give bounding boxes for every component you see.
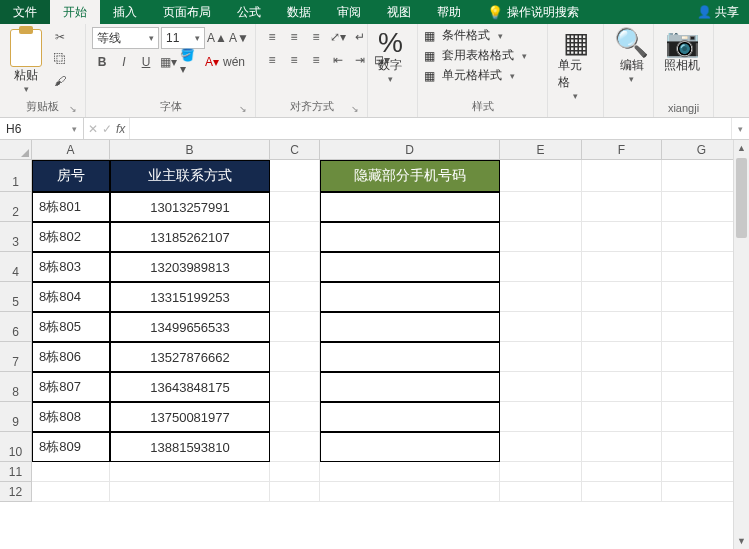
data-cell[interactable]: 13881593810	[110, 432, 270, 462]
tab-review[interactable]: 审阅	[324, 0, 374, 24]
cell[interactable]	[270, 342, 320, 372]
cell[interactable]	[270, 192, 320, 222]
column-header[interactable]: A	[32, 140, 110, 160]
cell[interactable]	[320, 482, 500, 502]
data-cell[interactable]: 8栋802	[32, 222, 110, 252]
border-button[interactable]: ▦▾	[158, 52, 178, 72]
cell[interactable]	[582, 482, 662, 502]
row-header[interactable]: 2	[0, 192, 32, 222]
cell[interactable]	[582, 282, 662, 312]
data-cell[interactable]: 8栋808	[32, 402, 110, 432]
cell[interactable]	[662, 160, 742, 192]
wrap-text-button[interactable]: ↵	[350, 27, 370, 47]
vertical-scrollbar[interactable]: ▲ ▼	[733, 140, 749, 549]
tab-view[interactable]: 视图	[374, 0, 424, 24]
cell[interactable]	[582, 222, 662, 252]
data-cell[interactable]: 8栋801	[32, 192, 110, 222]
font-size-select[interactable]: 11▾	[161, 27, 205, 49]
share-button[interactable]: 👤 共享	[687, 0, 749, 24]
column-header[interactable]: C	[270, 140, 320, 160]
data-cell[interactable]: 13499656533	[110, 312, 270, 342]
tab-data[interactable]: 数据	[274, 0, 324, 24]
cell[interactable]	[582, 372, 662, 402]
cell[interactable]	[582, 192, 662, 222]
cell[interactable]	[270, 312, 320, 342]
font-color-button[interactable]: A▾	[202, 52, 222, 72]
fill-color-button[interactable]: 🪣▾	[180, 52, 200, 72]
editing-button[interactable]: 🔍编辑▾	[610, 27, 653, 86]
cell[interactable]	[662, 282, 742, 312]
data-cell[interactable]	[320, 222, 500, 252]
accept-formula-button[interactable]: ✓	[102, 122, 112, 136]
cell[interactable]	[500, 282, 582, 312]
cell[interactable]	[270, 482, 320, 502]
cell[interactable]	[270, 160, 320, 192]
launcher-icon[interactable]: ↘	[351, 104, 359, 114]
row-header[interactable]: 5	[0, 282, 32, 312]
data-cell[interactable]: 业主联系方式	[110, 160, 270, 192]
select-all-corner[interactable]	[0, 140, 32, 160]
cell[interactable]	[270, 402, 320, 432]
name-box[interactable]: H6▾	[0, 118, 84, 139]
column-header[interactable]: B	[110, 140, 270, 160]
cell[interactable]	[582, 462, 662, 482]
tab-home[interactable]: 开始	[50, 0, 100, 24]
data-cell[interactable]: 13185262107	[110, 222, 270, 252]
underline-button[interactable]: U	[136, 52, 156, 72]
cell[interactable]	[662, 342, 742, 372]
cell[interactable]	[500, 432, 582, 462]
format-painter-button[interactable]: 🖌	[50, 71, 70, 91]
data-cell[interactable]: 8栋804	[32, 282, 110, 312]
data-cell[interactable]: 8栋805	[32, 312, 110, 342]
cell[interactable]	[110, 462, 270, 482]
align-center-button[interactable]: ≡	[284, 50, 304, 70]
tab-help[interactable]: 帮助	[424, 0, 474, 24]
data-cell[interactable]	[320, 342, 500, 372]
scroll-down-icon[interactable]: ▼	[734, 533, 749, 549]
cell[interactable]	[662, 222, 742, 252]
cell[interactable]	[662, 252, 742, 282]
cell[interactable]	[500, 342, 582, 372]
data-cell[interactable]	[320, 312, 500, 342]
data-cell[interactable]	[320, 432, 500, 462]
data-cell[interactable]: 8栋807	[32, 372, 110, 402]
cell[interactable]	[270, 432, 320, 462]
cut-button[interactable]: ✂	[50, 27, 70, 47]
data-cell[interactable]: 13643848175	[110, 372, 270, 402]
row-header[interactable]: 9	[0, 402, 32, 432]
scroll-up-icon[interactable]: ▲	[734, 140, 749, 156]
align-right-button[interactable]: ≡	[306, 50, 326, 70]
data-cell[interactable]	[320, 372, 500, 402]
cell[interactable]	[270, 222, 320, 252]
cancel-formula-button[interactable]: ✕	[88, 122, 98, 136]
launcher-icon[interactable]: ↘	[69, 104, 77, 114]
data-cell[interactable]: 房号	[32, 160, 110, 192]
row-header[interactable]: 10	[0, 432, 32, 462]
cell[interactable]	[500, 252, 582, 282]
cell[interactable]	[500, 462, 582, 482]
cell[interactable]	[500, 372, 582, 402]
row-header[interactable]: 3	[0, 222, 32, 252]
row-header[interactable]: 6	[0, 312, 32, 342]
align-bottom-button[interactable]: ≡	[306, 27, 326, 47]
scrollbar-thumb[interactable]	[736, 158, 747, 238]
fx-button[interactable]: fx	[116, 122, 125, 136]
row-header[interactable]: 7	[0, 342, 32, 372]
spreadsheet-grid[interactable]: ABCDEFGH 123456789101112 房号业主联系方式隐藏部分手机号…	[0, 140, 749, 549]
data-cell[interactable]: 8栋806	[32, 342, 110, 372]
data-cell[interactable]: 13750081977	[110, 402, 270, 432]
cell[interactable]	[662, 482, 742, 502]
tell-me[interactable]: 💡操作说明搜索	[474, 0, 592, 24]
paste-button[interactable]: 粘贴 ▾	[6, 27, 46, 96]
cell[interactable]	[662, 372, 742, 402]
cell[interactable]	[32, 462, 110, 482]
cell[interactable]	[582, 312, 662, 342]
orientation-button[interactable]: ⤢▾	[328, 27, 348, 47]
cell-styles-button[interactable]: ▦ 单元格样式 ▾	[424, 67, 515, 84]
align-top-button[interactable]: ≡	[262, 27, 282, 47]
copy-button[interactable]: ⿻	[50, 49, 70, 69]
column-header[interactable]: E	[500, 140, 582, 160]
cell[interactable]	[270, 462, 320, 482]
table-format-button[interactable]: ▦ 套用表格格式 ▾	[424, 47, 527, 64]
cell[interactable]	[32, 482, 110, 502]
